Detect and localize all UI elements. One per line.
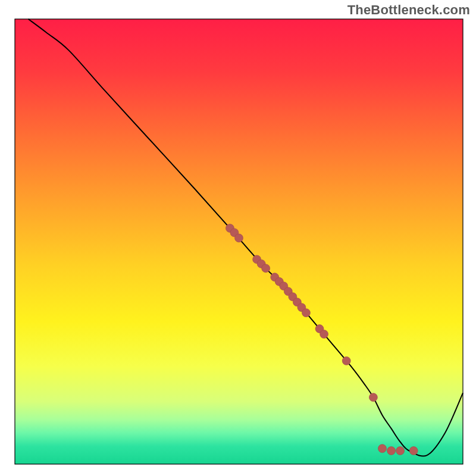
data-point — [320, 330, 328, 339]
data-point — [396, 447, 405, 455]
data-point — [262, 264, 270, 273]
data-point — [369, 393, 377, 402]
data-point — [409, 447, 418, 455]
data-point — [387, 447, 396, 455]
data-point — [342, 356, 350, 365]
data-point — [302, 309, 310, 317]
watermark-text: TheBottleneck.com — [347, 2, 470, 18]
data-point — [378, 444, 386, 453]
data-point — [235, 234, 243, 242]
chart-stage: TheBottleneck.com — [0, 0, 476, 476]
chart-svg — [0, 0, 476, 476]
